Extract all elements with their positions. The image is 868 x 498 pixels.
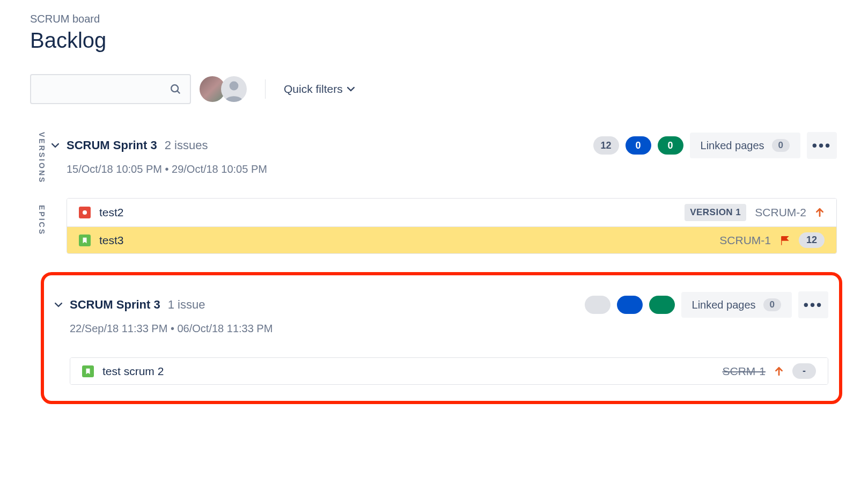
- issue-list: test scrum 2 SCRM-1 -: [70, 357, 828, 385]
- flag-icon: [779, 235, 790, 246]
- version-tag[interactable]: VERSION 1: [685, 204, 746, 221]
- sprint-collapse-toggle[interactable]: [52, 143, 59, 148]
- priority-icon: [815, 208, 825, 217]
- sprint-dates: 15/Oct/18 10:05 PM • 29/Oct/18 10:05 PM: [67, 163, 837, 175]
- date-separator: •: [171, 323, 178, 334]
- linked-pages-label: Linked pages: [692, 299, 756, 311]
- quick-filters-dropdown[interactable]: Quick filters: [284, 83, 355, 96]
- sprint-block: SCRUM Sprint 3 1 issue Linked pages 0 ••…: [55, 286, 834, 390]
- issue-title: test scrum 2: [102, 365, 164, 378]
- svg-point-0: [171, 85, 178, 92]
- sprint-block: SCRUM Sprint 3 2 issues 12 0 0 Linked pa…: [52, 127, 842, 259]
- issue-key[interactable]: SCRUM-1: [719, 234, 771, 247]
- story-icon: [79, 235, 91, 246]
- highlighted-region: SCRUM Sprint 3 1 issue Linked pages 0 ••…: [41, 272, 842, 404]
- svg-line-1: [178, 91, 180, 94]
- date-separator: •: [165, 163, 172, 175]
- sprint-name: SCRUM Sprint 3: [67, 138, 157, 152]
- bug-icon: [79, 207, 91, 218]
- status-count-inprogress[interactable]: 0: [626, 136, 651, 155]
- more-icon: •••: [804, 297, 823, 313]
- issue-row[interactable]: test3 SCRUM-1 12: [67, 226, 836, 253]
- status-count-done[interactable]: 0: [658, 136, 683, 155]
- sprint-collapse-toggle[interactable]: [55, 302, 62, 307]
- sprint-header: SCRUM Sprint 3 1 issue Linked pages 0 ••…: [55, 291, 828, 318]
- linked-pages-button[interactable]: Linked pages 0: [690, 133, 800, 158]
- avatar-unassigned[interactable]: [221, 76, 247, 102]
- issue-title: test2: [99, 206, 124, 219]
- linked-pages-count: 0: [763, 298, 781, 311]
- issue-row[interactable]: test2 VERSION 1 SCRUM-2: [67, 199, 836, 226]
- sprint-more-button[interactable]: •••: [807, 132, 837, 159]
- sprint-header: SCRUM Sprint 3 2 issues 12 0 0 Linked pa…: [52, 132, 837, 159]
- estimate-pill: -: [792, 363, 816, 379]
- sprint-dates: 22/Sep/18 11:33 PM • 06/Oct/18 11:33 PM: [70, 323, 828, 335]
- more-icon: •••: [812, 137, 832, 154]
- sprint-issue-count: 2 issues: [165, 138, 208, 152]
- sprint-end-date: 06/Oct/18 11:33 PM: [177, 323, 273, 334]
- issue-key[interactable]: SCRUM-2: [755, 206, 806, 219]
- sprint-end-date: 29/Oct/18 10:05 PM: [172, 163, 267, 175]
- status-count-todo[interactable]: 12: [593, 136, 619, 155]
- filter-bar: Quick filters: [30, 74, 842, 104]
- sprint-more-button[interactable]: •••: [798, 291, 828, 318]
- sprint-start-date: 15/Oct/18 10:05 PM: [67, 163, 162, 175]
- avatar-group: [204, 76, 247, 102]
- search-icon[interactable]: [170, 83, 181, 95]
- sprint-header-actions: 12 0 0 Linked pages 0 •••: [593, 132, 837, 159]
- issue-key[interactable]: SCRM-1: [722, 365, 766, 378]
- search-box[interactable]: [30, 74, 191, 104]
- content-column: SCRUM Sprint 3 2 issues 12 0 0 Linked pa…: [52, 127, 842, 404]
- priority-icon: [774, 367, 784, 376]
- issue-list: test2 VERSION 1 SCRUM-2 test3 SCRUM-1: [67, 198, 837, 254]
- sprint-header-actions: Linked pages 0 •••: [585, 291, 828, 318]
- epics-tab[interactable]: EPICS: [30, 205, 46, 236]
- status-count-inprogress[interactable]: [617, 296, 643, 314]
- page-title: Backlog: [30, 28, 842, 53]
- svg-point-2: [230, 82, 239, 91]
- linked-pages-count: 0: [772, 139, 790, 152]
- sprint-start-date: 22/Sep/18 11:33 PM: [70, 323, 167, 334]
- divider: [265, 79, 266, 99]
- status-count-todo[interactable]: [585, 296, 610, 314]
- versions-tab[interactable]: VERSIONS: [30, 132, 46, 184]
- sprint-name: SCRUM Sprint 3: [70, 298, 160, 312]
- estimate-pill: 12: [799, 232, 825, 248]
- board-area: VERSIONS EPICS SCRUM Sprint 3 2 issues 1…: [30, 127, 842, 404]
- story-icon: [82, 365, 94, 377]
- status-count-done[interactable]: [649, 296, 675, 314]
- issue-row[interactable]: test scrum 2 SCRM-1 -: [70, 358, 828, 384]
- issue-title: test3: [99, 234, 124, 247]
- linked-pages-button[interactable]: Linked pages 0: [681, 292, 792, 318]
- breadcrumb[interactable]: SCRUM board: [30, 13, 842, 25]
- chevron-down-icon: [347, 86, 355, 92]
- linked-pages-label: Linked pages: [701, 140, 764, 152]
- quick-filters-label: Quick filters: [284, 83, 343, 96]
- sprint-issue-count: 1 issue: [168, 298, 205, 312]
- search-input[interactable]: [40, 84, 170, 95]
